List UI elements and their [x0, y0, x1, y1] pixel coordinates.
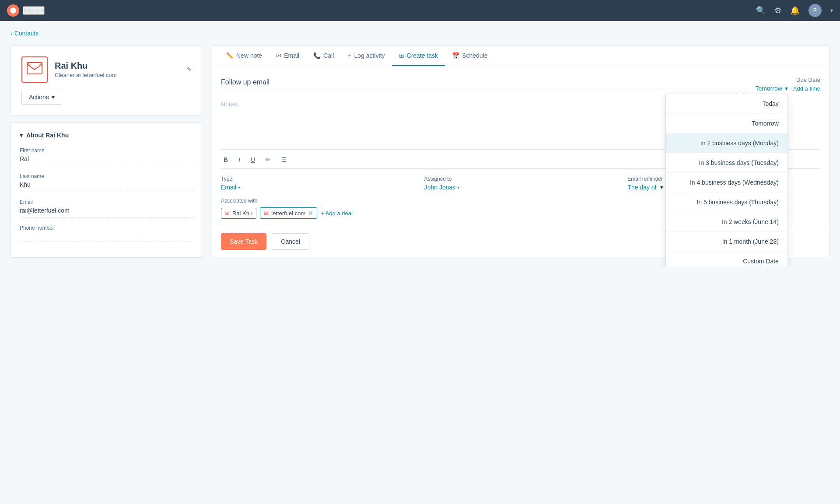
assigned-to-select[interactable]: John Jonas ▾ — [424, 184, 617, 191]
actions-dropdown-icon: ▾ — [52, 94, 55, 101]
tab-new-note[interactable]: ✏️ New note — [219, 46, 269, 66]
first-name-label: First name — [20, 147, 194, 154]
phone-label: Phone number — [20, 225, 194, 231]
dropdown-item-5-business-days[interactable]: In 5 business days (Thursday) — [666, 192, 788, 212]
contact-info: Rai Khu Cleaner at letterfuel.com — [55, 61, 180, 78]
chevron-down-icon: ▾ — [41, 7, 44, 14]
about-title: About Rai Khu — [26, 132, 69, 139]
tab-bar: ✏️ New note ✉ Email 📞 Call + Log activit… — [212, 46, 829, 66]
top-navigation: Menu ▾ 🔍 ⚙ 🔔 R ▾ — [0, 0, 840, 21]
left-panel: Rai Khu Cleaner at letterfuel.com ✎ Acti… — [10, 46, 203, 258]
email-label: Email — [20, 199, 194, 205]
italic-button[interactable]: I — [236, 154, 243, 165]
email-reminder-arrow-icon: ▾ — [660, 184, 663, 191]
call-icon: 📞 — [313, 52, 321, 59]
cancel-button[interactable]: Cancel — [272, 233, 309, 250]
tab-log-activity[interactable]: + Log activity — [341, 46, 392, 66]
notifications-icon[interactable]: 🔔 — [790, 6, 800, 15]
breadcrumb-label[interactable]: Contacts — [14, 30, 38, 37]
search-icon[interactable]: 🔍 — [756, 6, 766, 15]
email-reminder-value: The day of — [627, 184, 656, 191]
contact-subtitle: Cleaner at letterfuel.com — [55, 72, 180, 78]
type-label: Type — [221, 176, 414, 182]
actions-button[interactable]: Actions ▾ — [21, 90, 62, 105]
contact-name: Rai Khu — [55, 61, 180, 71]
tab-log-label: Log activity — [354, 52, 385, 59]
type-select[interactable]: Email ▾ — [221, 184, 414, 191]
add-deal-label: + Add a deal — [321, 210, 353, 217]
list-button[interactable]: ☰ — [279, 154, 290, 165]
tab-email[interactable]: ✉ Email — [269, 46, 306, 66]
avatar-chevron-icon[interactable]: ▾ — [830, 7, 833, 14]
tag-icon-letterfuel: ✉ — [264, 210, 269, 217]
about-chevron-icon: ▾ — [20, 132, 23, 139]
add-deal-link[interactable]: + Add a deal — [321, 210, 353, 217]
breadcrumb-arrow-icon: ‹ — [10, 30, 13, 37]
dropdown-item-3-business-days[interactable]: In 3 business days (Tuesday) — [666, 153, 788, 173]
dropdown-item-2-business-days[interactable]: In 2 business days (Monday) — [666, 133, 788, 153]
nav-right: 🔍 ⚙ 🔔 R ▾ — [756, 4, 833, 17]
new-note-icon: ✏️ — [226, 52, 234, 59]
email-field: Email rai@letterfuel.com — [20, 199, 194, 218]
tag-rai-khu: ✉ Rai Khu — [221, 208, 256, 219]
bold-button[interactable]: B — [221, 154, 231, 165]
task-form: Due Date Tomorrow ▾ — [212, 66, 829, 219]
tab-schedule-label: Schedule — [462, 52, 487, 59]
tab-email-label: Email — [284, 52, 299, 59]
due-date-label: Due Date — [755, 77, 820, 83]
last-name-value[interactable]: Khu — [20, 181, 194, 192]
type-value: Email — [221, 184, 236, 191]
first-name-field: First name Rai — [20, 147, 194, 166]
tab-create-task[interactable]: ⊞ Create task — [392, 46, 445, 66]
dropdown-item-2-weeks[interactable]: In 2 weeks (June 14) — [666, 212, 788, 232]
dropdown-item-4-business-days[interactable]: In 4 business days (Wednesday) — [666, 173, 788, 192]
assigned-to-label: Assigned to — [424, 176, 617, 182]
phone-field: Phone number — [20, 225, 194, 242]
phone-value[interactable] — [20, 233, 194, 242]
breadcrumb[interactable]: ‹ Contacts — [10, 30, 830, 37]
tag-label-rai: Rai Khu — [232, 210, 252, 217]
nav-left: Menu ▾ — [7, 4, 45, 17]
tag-letterfuel: ✉ letterfuel.com ✕ — [260, 207, 317, 219]
settings-icon[interactable]: ⚙ — [774, 6, 781, 15]
tab-create-task-label: Create task — [407, 52, 438, 59]
tag-label-letterfuel: letterfuel.com — [271, 210, 305, 217]
about-header[interactable]: ▾ About Rai Khu — [20, 132, 194, 139]
user-avatar[interactable]: R — [808, 4, 822, 17]
highlight-button[interactable]: ✏ — [263, 154, 273, 165]
dropdown-item-today[interactable]: Today — [666, 94, 788, 114]
dropdown-item-tomorrow[interactable]: Tomorrow — [666, 114, 788, 133]
tab-call[interactable]: 📞 Call — [306, 46, 341, 66]
type-arrow-icon: ▾ — [238, 185, 240, 190]
tag-remove-letterfuel[interactable]: ✕ — [308, 210, 313, 217]
last-name-field: Last name Khu — [20, 173, 194, 192]
email-value[interactable]: rai@letterfuel.com — [20, 207, 194, 218]
add-time-link[interactable]: Add a time — [793, 85, 820, 92]
task-title-input[interactable] — [221, 77, 748, 90]
contact-email-icon — [27, 62, 42, 77]
due-date-picker[interactable]: Tomorrow ▾ — [755, 85, 788, 92]
contact-header: Rai Khu Cleaner at letterfuel.com ✎ — [21, 56, 192, 83]
dropdown-item-custom[interactable]: Custom Date — [666, 252, 788, 266]
save-task-button[interactable]: Save Task — [221, 233, 266, 250]
main-layout: Rai Khu Cleaner at letterfuel.com ✎ Acti… — [10, 46, 830, 258]
menu-button[interactable]: Menu ▾ — [23, 6, 45, 15]
actions-button-label: Actions — [29, 94, 49, 101]
dropdown-arrow — [737, 91, 744, 94]
underline-button[interactable]: U — [248, 154, 258, 165]
tab-new-note-label: New note — [236, 52, 262, 59]
type-field: Type Email ▾ — [221, 176, 414, 191]
due-date-value: Tomorrow — [755, 85, 782, 92]
dropdown-item-1-month[interactable]: In 1 month (June 28) — [666, 232, 788, 252]
edit-icon[interactable]: ✎ — [187, 66, 192, 73]
due-date-dropdown-menu: Today Tomorrow In 2 business days (Monda… — [665, 94, 788, 266]
assigned-to-arrow-icon: ▾ — [457, 185, 459, 190]
about-section: ▾ About Rai Khu First name Rai Last name… — [10, 122, 203, 258]
task-icon: ⊞ — [399, 52, 404, 59]
first-name-value[interactable]: Rai — [20, 155, 194, 166]
hubspot-logo[interactable] — [7, 4, 19, 17]
svg-rect-0 — [27, 63, 42, 74]
tab-schedule[interactable]: 📅 Schedule — [445, 46, 494, 66]
assigned-to-field: Assigned to John Jonas ▾ — [424, 176, 617, 191]
email-tab-icon: ✉ — [276, 52, 281, 59]
